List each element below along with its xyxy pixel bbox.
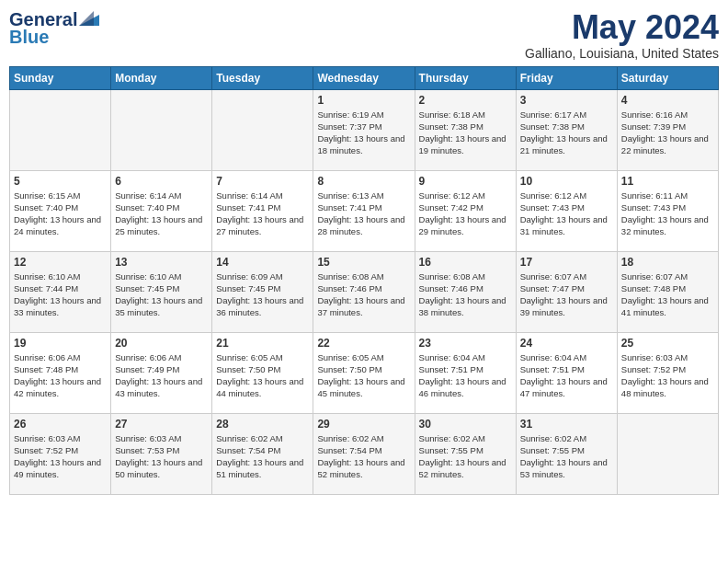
calendar-cell: 26Sunrise: 6:03 AM Sunset: 7:52 PM Dayli… — [10, 413, 111, 494]
day-number: 30 — [419, 418, 512, 431]
day-number: 2 — [419, 94, 512, 107]
day-info: Sunrise: 6:05 AM Sunset: 7:50 PM Dayligh… — [317, 351, 410, 400]
calendar-cell: 18Sunrise: 6:07 AM Sunset: 7:48 PM Dayli… — [617, 251, 718, 332]
week-row-2: 5Sunrise: 6:15 AM Sunset: 7:40 PM Daylig… — [10, 170, 719, 251]
week-row-3: 12Sunrise: 6:10 AM Sunset: 7:44 PM Dayli… — [10, 251, 719, 332]
logo-blue: Blue — [9, 27, 49, 48]
day-info: Sunrise: 6:07 AM Sunset: 7:47 PM Dayligh… — [520, 270, 613, 319]
day-info: Sunrise: 6:04 AM Sunset: 7:51 PM Dayligh… — [419, 351, 512, 400]
calendar-cell: 23Sunrise: 6:04 AM Sunset: 7:51 PM Dayli… — [415, 332, 516, 413]
day-number: 21 — [216, 337, 309, 350]
calendar-cell: 3Sunrise: 6:17 AM Sunset: 7:38 PM Daylig… — [516, 89, 617, 170]
svg-marker-1 — [79, 11, 94, 26]
day-number: 26 — [14, 418, 107, 431]
calendar-cell: 31Sunrise: 6:02 AM Sunset: 7:55 PM Dayli… — [516, 413, 617, 494]
day-number: 5 — [14, 175, 107, 188]
day-info: Sunrise: 6:06 AM Sunset: 7:49 PM Dayligh… — [115, 351, 208, 400]
day-number: 6 — [115, 175, 208, 188]
title-section: May 2024 Galliano, Louisiana, United Sta… — [525, 9, 719, 61]
day-number: 4 — [621, 94, 714, 107]
day-info: Sunrise: 6:10 AM Sunset: 7:44 PM Dayligh… — [14, 270, 107, 319]
location: Galliano, Louisiana, United States — [525, 46, 719, 61]
day-number: 8 — [317, 175, 410, 188]
logo: General Blue — [9, 9, 99, 48]
calendar-cell: 25Sunrise: 6:03 AM Sunset: 7:52 PM Dayli… — [617, 332, 718, 413]
day-number: 20 — [115, 337, 208, 350]
day-info: Sunrise: 6:05 AM Sunset: 7:50 PM Dayligh… — [216, 351, 309, 400]
calendar-cell: 28Sunrise: 6:02 AM Sunset: 7:54 PM Dayli… — [212, 413, 313, 494]
day-info: Sunrise: 6:15 AM Sunset: 7:40 PM Dayligh… — [14, 190, 107, 238]
day-info: Sunrise: 6:13 AM Sunset: 7:41 PM Dayligh… — [317, 190, 410, 238]
day-info: Sunrise: 6:14 AM Sunset: 7:41 PM Dayligh… — [216, 190, 309, 238]
header-day-wednesday: Wednesday — [313, 66, 415, 89]
day-number: 7 — [216, 175, 309, 188]
day-info: Sunrise: 6:03 AM Sunset: 7:52 PM Dayligh… — [621, 351, 714, 400]
header-day-monday: Monday — [111, 66, 212, 89]
calendar-cell: 30Sunrise: 6:02 AM Sunset: 7:55 PM Dayli… — [415, 413, 516, 494]
page-header: General Blue May 2024 Galliano, Louisian… — [9, 9, 719, 61]
day-number: 15 — [317, 256, 410, 269]
day-info: Sunrise: 6:18 AM Sunset: 7:38 PM Dayligh… — [419, 109, 512, 157]
week-row-5: 26Sunrise: 6:03 AM Sunset: 7:52 PM Dayli… — [10, 413, 719, 494]
day-number: 1 — [317, 94, 410, 107]
calendar-cell: 10Sunrise: 6:12 AM Sunset: 7:43 PM Dayli… — [516, 170, 617, 251]
day-number: 29 — [317, 418, 410, 431]
day-info: Sunrise: 6:12 AM Sunset: 7:42 PM Dayligh… — [419, 190, 512, 238]
header-day-saturday: Saturday — [617, 66, 718, 89]
day-info: Sunrise: 6:09 AM Sunset: 7:45 PM Dayligh… — [216, 270, 309, 319]
day-info: Sunrise: 6:10 AM Sunset: 7:45 PM Dayligh… — [115, 270, 208, 319]
day-number: 22 — [317, 337, 410, 350]
day-info: Sunrise: 6:08 AM Sunset: 7:46 PM Dayligh… — [317, 270, 410, 319]
calendar-cell: 4Sunrise: 6:16 AM Sunset: 7:39 PM Daylig… — [617, 89, 718, 170]
header-day-thursday: Thursday — [415, 66, 516, 89]
calendar-cell: 20Sunrise: 6:06 AM Sunset: 7:49 PM Dayli… — [111, 332, 212, 413]
calendar-cell: 19Sunrise: 6:06 AM Sunset: 7:48 PM Dayli… — [10, 332, 111, 413]
calendar-cell: 29Sunrise: 6:02 AM Sunset: 7:54 PM Dayli… — [313, 413, 415, 494]
calendar-cell: 7Sunrise: 6:14 AM Sunset: 7:41 PM Daylig… — [212, 170, 313, 251]
calendar-cell: 2Sunrise: 6:18 AM Sunset: 7:38 PM Daylig… — [415, 89, 516, 170]
day-info: Sunrise: 6:11 AM Sunset: 7:43 PM Dayligh… — [621, 190, 714, 238]
calendar-header-row: SundayMondayTuesdayWednesdayThursdayFrid… — [10, 66, 719, 89]
calendar-cell — [10, 89, 111, 170]
calendar-cell: 9Sunrise: 6:12 AM Sunset: 7:42 PM Daylig… — [415, 170, 516, 251]
day-number: 28 — [216, 418, 309, 431]
day-info: Sunrise: 6:19 AM Sunset: 7:37 PM Dayligh… — [317, 109, 410, 157]
calendar-cell: 21Sunrise: 6:05 AM Sunset: 7:50 PM Dayli… — [212, 332, 313, 413]
calendar-cell: 14Sunrise: 6:09 AM Sunset: 7:45 PM Dayli… — [212, 251, 313, 332]
week-row-1: 1Sunrise: 6:19 AM Sunset: 7:37 PM Daylig… — [10, 89, 719, 170]
day-info: Sunrise: 6:03 AM Sunset: 7:53 PM Dayligh… — [115, 432, 208, 481]
calendar-cell: 8Sunrise: 6:13 AM Sunset: 7:41 PM Daylig… — [313, 170, 415, 251]
day-info: Sunrise: 6:06 AM Sunset: 7:48 PM Dayligh… — [14, 351, 107, 400]
day-number: 9 — [419, 175, 512, 188]
calendar-cell — [111, 89, 212, 170]
day-info: Sunrise: 6:03 AM Sunset: 7:52 PM Dayligh… — [14, 432, 107, 481]
day-number: 13 — [115, 256, 208, 269]
calendar-cell — [212, 89, 313, 170]
logo-icon — [79, 11, 99, 26]
day-info: Sunrise: 6:02 AM Sunset: 7:55 PM Dayligh… — [520, 432, 613, 481]
calendar-cell: 6Sunrise: 6:14 AM Sunset: 7:40 PM Daylig… — [111, 170, 212, 251]
day-number: 19 — [14, 337, 107, 350]
day-number: 25 — [621, 337, 714, 350]
day-number: 27 — [115, 418, 208, 431]
calendar-cell — [617, 413, 718, 494]
day-number: 17 — [520, 256, 613, 269]
calendar-cell: 11Sunrise: 6:11 AM Sunset: 7:43 PM Dayli… — [617, 170, 718, 251]
calendar-cell: 5Sunrise: 6:15 AM Sunset: 7:40 PM Daylig… — [10, 170, 111, 251]
calendar-cell: 15Sunrise: 6:08 AM Sunset: 7:46 PM Dayli… — [313, 251, 415, 332]
day-info: Sunrise: 6:17 AM Sunset: 7:38 PM Dayligh… — [520, 109, 613, 157]
day-info: Sunrise: 6:08 AM Sunset: 7:46 PM Dayligh… — [419, 270, 512, 319]
calendar-cell: 17Sunrise: 6:07 AM Sunset: 7:47 PM Dayli… — [516, 251, 617, 332]
month-title: May 2024 — [525, 9, 719, 46]
day-number: 10 — [520, 175, 613, 188]
day-info: Sunrise: 6:07 AM Sunset: 7:48 PM Dayligh… — [621, 270, 714, 319]
calendar-table: SundayMondayTuesdayWednesdayThursdayFrid… — [9, 66, 719, 495]
header-day-sunday: Sunday — [10, 66, 111, 89]
day-info: Sunrise: 6:14 AM Sunset: 7:40 PM Dayligh… — [115, 190, 208, 238]
day-info: Sunrise: 6:04 AM Sunset: 7:51 PM Dayligh… — [520, 351, 613, 400]
day-info: Sunrise: 6:16 AM Sunset: 7:39 PM Dayligh… — [621, 109, 714, 157]
calendar-cell: 22Sunrise: 6:05 AM Sunset: 7:50 PM Dayli… — [313, 332, 415, 413]
calendar-cell: 16Sunrise: 6:08 AM Sunset: 7:46 PM Dayli… — [415, 251, 516, 332]
header-day-friday: Friday — [516, 66, 617, 89]
day-info: Sunrise: 6:02 AM Sunset: 7:54 PM Dayligh… — [216, 432, 309, 481]
